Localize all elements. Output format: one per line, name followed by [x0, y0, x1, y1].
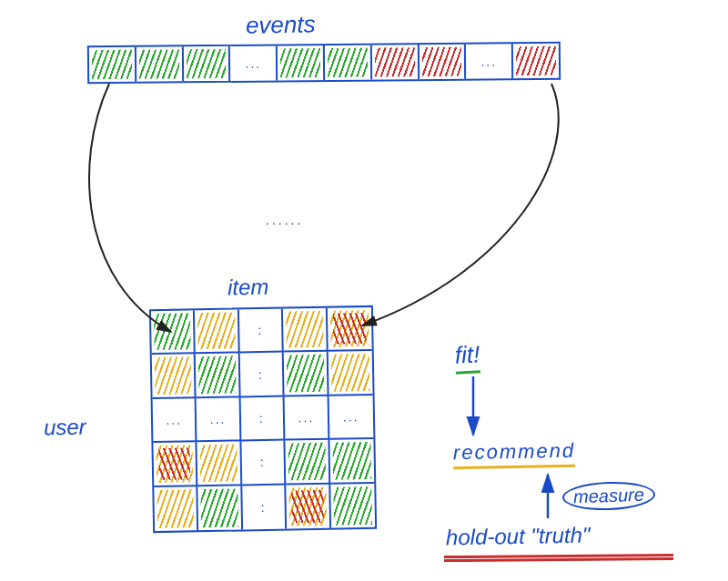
item-label: item [228, 275, 269, 301]
matrix-cell [283, 308, 328, 353]
recommend-label: recommend [453, 439, 576, 469]
matrix-cell [196, 354, 240, 398]
events-label: events [246, 10, 316, 39]
event-cell [325, 45, 372, 80]
event-cell [89, 47, 136, 82]
matrix-cell [284, 352, 329, 396]
arrow-events-to-matrix-left [89, 84, 171, 332]
matrix-cell [286, 440, 330, 485]
matrix-cell [197, 442, 242, 486]
matrix-cell [328, 351, 372, 396]
matrix-cell-holdout [153, 442, 197, 486]
event-cell [278, 45, 325, 80]
matrix-cell [198, 486, 243, 530]
events-row: ... ... [87, 42, 561, 85]
matrix-cell-holdout [327, 307, 371, 352]
event-cell [136, 46, 184, 81]
matrix-cell-coldots: : [241, 441, 286, 486]
event-cell-ellipsis: ... [230, 45, 278, 80]
matrix-cell-rowdots: ... [285, 396, 329, 441]
matrix-cell-coldots: : [240, 396, 285, 441]
event-cell-ellipsis: ... [466, 44, 513, 78]
matrix-cell [195, 309, 239, 354]
arrow-events-to-matrix-right [362, 84, 559, 326]
matrix-cell-rowdots: ... [329, 396, 373, 440]
matrix-cell-coldots: : [239, 309, 284, 354]
user-label: user [44, 415, 86, 441]
measure-label: measure [561, 480, 655, 512]
ellipsis-mid: ...... [266, 213, 303, 227]
holdout-label: hold-out "truth" [446, 523, 591, 555]
event-cell [513, 44, 559, 78]
user-item-matrix: : : ... ... : ... ... : : [149, 306, 377, 533]
event-cell [183, 46, 230, 81]
matrix-cell-rowdots: ... [197, 397, 241, 442]
event-cell [372, 45, 420, 79]
matrix-cell [329, 439, 374, 484]
matrix-cell-rowdots: ... [153, 398, 197, 443]
matrix-cell [151, 310, 196, 355]
matrix-cell [152, 355, 197, 399]
matrix-cell-holdout [286, 484, 330, 528]
matrix-cell-coldots: : [240, 353, 285, 397]
fit-label: fit! [454, 340, 480, 374]
matrix-cell-coldots: : [242, 485, 287, 529]
event-cell [419, 45, 466, 79]
matrix-cell [154, 486, 198, 531]
holdout-underline [444, 555, 673, 564]
matrix-cell [330, 483, 375, 527]
